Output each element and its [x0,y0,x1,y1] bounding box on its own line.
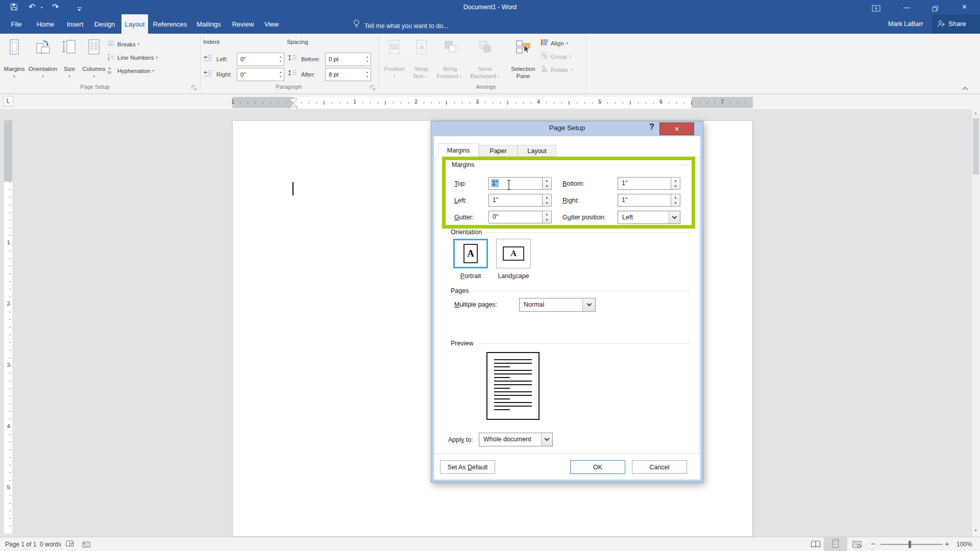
size-icon [61,39,78,57]
v-ruler-top-margin[interactable] [4,120,12,182]
tab-review[interactable]: Review [229,14,257,34]
orientation-landscape-button[interactable]: A [496,239,531,268]
word-count[interactable]: 0 words [40,541,61,548]
cancel-button[interactable]: Cancel [632,460,687,474]
indent-right-input[interactable]: 0" ▲▼ [237,68,284,81]
tab-design[interactable]: Design [91,14,118,34]
dialog-help-icon[interactable]: ? [647,122,656,132]
restore-icon[interactable] [932,5,939,14]
paragraph-dialog-launcher[interactable] [370,84,376,93]
spacing-label: Spacing [287,38,308,45]
hyphenation-icon: a-bc [107,66,115,76]
breaks-button[interactable]: Breaks ▾ [107,40,139,49]
redo-icon[interactable]: ↷ [52,2,59,12]
send-backward-button: Send Backward ▾ [467,37,503,83]
chevron-down-icon [582,298,595,311]
landscape-label: Landscape [496,272,531,280]
hyphenation-dropdown-icon: ▾ [153,69,155,73]
tab-layout[interactable]: Layout [121,14,148,34]
save-icon[interactable] [10,3,18,13]
word-application-window: ↶ ▾ ↷ Document1 - Word — ✕ File Home Ins… [0,0,980,551]
scrollbar-thumb[interactable] [973,118,979,174]
group-separator [200,36,201,90]
customize-qat-icon[interactable] [77,5,82,14]
undo-icon[interactable]: ↶ [29,2,35,12]
ribbon-display-options-icon[interactable] [872,5,881,14]
line-numbers-button[interactable]: 123 Line Numbers ▾ [107,53,158,62]
dialog-close-icon[interactable]: ✕ [659,122,694,135]
group-separator [586,36,586,90]
ruler-text-area[interactable]: 1 2 3 4 5 6 [293,97,692,108]
tab-insert[interactable]: Insert [62,14,88,34]
ribbon-layout: Margins ▾ Orientation ▾ Size ▾ Columns ▾ [0,34,980,94]
apply-to-select[interactable]: Whole document [479,433,553,446]
macro-recording-icon[interactable] [82,541,90,550]
status-bar: Page 1 of 1 0 words − + 100% [0,537,980,551]
indent-left-input[interactable]: 0" ▲▼ [237,53,284,66]
wrap-text-icon [413,39,430,57]
tell-me-input[interactable]: Tell me what you want to do... [364,22,449,30]
spacing-before-input[interactable]: 0 pt ▲▼ [325,53,371,66]
close-window-icon[interactable]: ✕ [962,3,967,11]
align-button[interactable]: Align ▾ [540,39,568,48]
page-indicator[interactable]: Page 1 of 1 [5,541,36,548]
set-as-default-button[interactable]: Set As Default [440,460,495,474]
read-mode-icon[interactable] [811,540,821,550]
vertical-scrollbar[interactable]: ▲ ▼ [971,109,980,537]
ruler-right-margin[interactable]: 7 [692,97,753,108]
ribbon-tab-row: File Home Insert Design Layout Reference… [0,14,980,34]
page-setup-dialog-launcher[interactable] [191,84,197,93]
ruler-left-margin[interactable]: 1 [232,97,293,108]
tab-home[interactable]: Home [32,14,59,34]
margins-icon [6,39,22,57]
scroll-up-icon[interactable]: ▲ [974,111,977,115]
landscape-page-icon: A [503,246,524,261]
dialog-tab-paper[interactable]: Paper [479,145,518,157]
group-label-arrange: Arrange [455,84,517,90]
undo-dropdown-icon[interactable]: ▾ [41,6,43,10]
zoom-slider-handle[interactable] [909,541,911,548]
orientation-button[interactable]: Orientation ▾ [29,37,57,83]
tab-stop-selector[interactable]: L [3,96,13,106]
indent-right-stepper[interactable]: ▲▼ [279,68,284,81]
print-layout-view-button[interactable] [824,537,847,551]
account-name[interactable]: Mark LaBarr [888,20,923,28]
scroll-down-icon[interactable]: ▼ [974,529,977,532]
share-button[interactable]: Share [932,14,980,34]
hyphenation-button[interactable]: a-bc Hyphenation ▾ [107,66,154,76]
ok-button[interactable]: OK [570,460,625,474]
dialog-tab-margins[interactable]: Margins [438,143,479,157]
spacing-after-input[interactable]: 8 pt ▲▼ [325,68,371,81]
columns-button[interactable]: Columns ▾ [82,37,106,83]
spacing-before-stepper[interactable]: ▲▼ [366,53,371,65]
group-separator [379,36,379,90]
columns-icon [86,39,102,57]
dialog-tab-layout[interactable]: Layout [518,145,556,157]
web-layout-icon[interactable] [852,541,862,550]
proofing-status-icon[interactable] [65,540,75,550]
collapse-ribbon-icon[interactable] [962,84,969,93]
selection-pane-button[interactable]: Selection Pane [506,37,540,83]
window-title: Document1 - Word [337,4,643,11]
zoom-slider-track[interactable] [880,544,943,545]
orientation-dropdown-icon: ▾ [29,74,57,79]
margins-button[interactable]: Margins ▾ [2,37,27,83]
minimize-icon[interactable]: — [903,4,910,11]
zoom-in-button[interactable]: + [945,539,949,548]
tab-mailings[interactable]: Mailings [192,14,226,34]
v-ruler-text-area[interactable]: 1 2 3 4 5 [4,182,12,534]
multiple-pages-label: Multiple pages: [454,301,497,308]
group-button: Group ▾ [540,52,571,61]
spacing-after-icon [288,69,297,79]
multiple-pages-select[interactable]: Normal [519,298,596,312]
tab-view[interactable]: View [260,14,283,34]
zoom-out-button[interactable]: − [871,539,875,548]
zoom-level[interactable]: 100% [957,541,972,548]
tab-file[interactable]: File [5,14,28,34]
orientation-portrait-button[interactable]: A [453,239,488,268]
selection-pane-icon [515,39,531,57]
tab-references[interactable]: References [151,14,189,34]
indent-left-stepper[interactable]: ▲▼ [279,53,284,65]
spacing-after-stepper[interactable]: ▲▼ [366,68,371,81]
size-button[interactable]: Size ▾ [59,37,80,83]
